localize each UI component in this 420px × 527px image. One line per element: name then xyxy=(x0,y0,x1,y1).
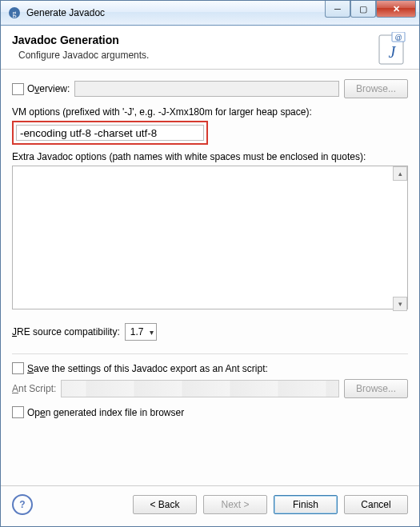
scroll-down-icon[interactable]: ▾ xyxy=(393,297,407,311)
titlebar[interactable]: g Generate Javadoc ─ ▢ ✕ xyxy=(1,1,419,26)
wizard-header: Javadoc Generation Configure Javadoc arg… xyxy=(1,26,419,70)
svg-text:J: J xyxy=(389,43,397,61)
overview-checkbox[interactable] xyxy=(12,83,24,95)
overview-browse-button[interactable]: Browse... xyxy=(344,79,408,98)
help-icon[interactable]: ? xyxy=(12,494,33,515)
svg-text:@: @ xyxy=(394,34,402,42)
app-icon: g xyxy=(7,6,22,20)
page-subtitle: Configure Javadoc arguments. xyxy=(18,50,408,61)
open-index-label: Open generated index file in browser xyxy=(27,407,184,418)
vm-options-input[interactable] xyxy=(16,125,204,141)
footer: ? < Back Next > Finish Cancel xyxy=(1,485,419,526)
ant-script-input[interactable] xyxy=(61,380,339,397)
overview-label: Overview: xyxy=(27,83,70,94)
close-button[interactable]: ✕ xyxy=(376,1,416,18)
save-ant-row: Save the settings of this Javadoc export… xyxy=(12,362,408,374)
back-button[interactable]: < Back xyxy=(133,495,197,514)
finish-button[interactable]: Finish xyxy=(274,495,338,514)
jre-select[interactable]: 1.7 xyxy=(125,323,158,341)
ant-script-label: Ant Script: xyxy=(12,383,56,394)
jre-select-value: 1.7 xyxy=(130,326,144,337)
extra-options-wrap: ▴ ▾ xyxy=(12,166,408,312)
ant-script-browse-button[interactable]: Browse... xyxy=(344,379,408,398)
extra-options-label: Extra Javadoc options (path names with w… xyxy=(12,151,408,162)
overview-row: Overview: Browse... xyxy=(12,79,408,98)
page-title: Javadoc Generation xyxy=(12,34,408,46)
save-ant-label: Save the settings of this Javadoc export… xyxy=(27,363,268,374)
divider xyxy=(12,353,408,354)
dialog-body: Overview: Browse... VM options (prefixed… xyxy=(1,70,419,485)
open-index-row: Open generated index file in browser xyxy=(12,406,408,418)
cancel-button[interactable]: Cancel xyxy=(344,495,408,514)
maximize-button[interactable]: ▢ xyxy=(350,1,376,18)
scroll-up-icon[interactable]: ▴ xyxy=(393,166,407,181)
overview-input[interactable] xyxy=(74,81,339,97)
svg-text:g: g xyxy=(13,9,17,18)
open-index-checkbox[interactable] xyxy=(12,406,24,418)
vm-options-highlight xyxy=(12,121,208,145)
jre-row: JRE source compatibility: 1.7 xyxy=(12,323,408,341)
ant-script-row: Ant Script: Browse... xyxy=(12,379,408,398)
jre-label: JRE source compatibility: xyxy=(12,326,120,337)
vm-options-label: VM options (prefixed with '-J', e.g. -J-… xyxy=(12,106,408,118)
minimize-button[interactable]: ─ xyxy=(325,1,350,18)
javadoc-icon: @ J xyxy=(374,32,410,67)
next-button[interactable]: Next > xyxy=(203,495,267,514)
dialog-window: g Generate Javadoc ─ ▢ ✕ Javadoc Generat… xyxy=(0,0,420,527)
save-ant-checkbox[interactable] xyxy=(12,362,24,374)
extra-options-textarea[interactable] xyxy=(12,166,408,309)
window-title: Generate Javadoc xyxy=(26,7,325,18)
